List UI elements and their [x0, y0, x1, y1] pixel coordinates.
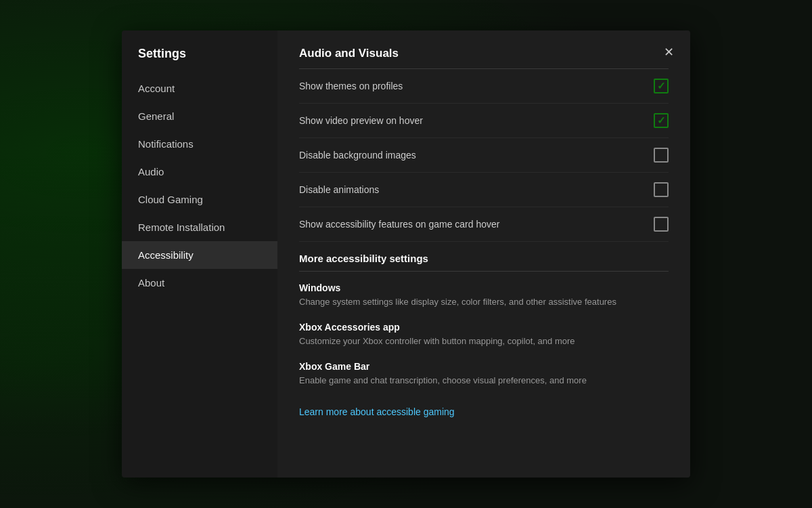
xbox-game-bar-description: Enable game and chat transcription, choo… [299, 375, 669, 387]
setting-label-disable-animations: Disable animations [299, 184, 379, 195]
checkbox-show-themes[interactable] [654, 79, 669, 93]
setting-label-show-accessibility-hover: Show accessibility features on game card… [299, 219, 499, 230]
modal-backdrop: Settings Account General Notifications A… [0, 0, 812, 508]
checkbox-disable-bg-images[interactable] [654, 148, 669, 163]
accessibility-item-xbox-accessories: Xbox Accessories app Customize your Xbox… [299, 322, 669, 347]
settings-modal: Settings Account General Notifications A… [122, 30, 690, 478]
accessibility-item-windows: Windows Change system settings like disp… [299, 282, 669, 308]
sidebar-item-audio[interactable]: Audio [122, 158, 277, 186]
windows-title[interactable]: Windows [299, 282, 669, 293]
xbox-game-bar-title[interactable]: Xbox Game Bar [299, 361, 669, 372]
accessibility-item-xbox-game-bar: Xbox Game Bar Enable game and chat trans… [299, 361, 669, 387]
sidebar-item-accessibility[interactable]: Accessibility [122, 241, 277, 269]
sidebar-item-notifications[interactable]: Notifications [122, 130, 277, 158]
checkbox-disable-animations[interactable] [654, 182, 669, 197]
more-accessibility-title: More accessibility settings [299, 253, 669, 272]
sidebar-title: Settings [122, 47, 277, 75]
close-button[interactable]: ✕ [658, 41, 679, 63]
setting-label-show-themes: Show themes on profiles [299, 81, 403, 91]
sidebar-item-about[interactable]: About [122, 269, 277, 297]
settings-sidebar: Settings Account General Notifications A… [122, 30, 277, 478]
setting-row-show-accessibility-hover: Show accessibility features on game card… [299, 207, 669, 242]
setting-row-show-video-hover: Show video preview on hover [299, 104, 669, 138]
learn-more-link[interactable]: Learn more about accessible gaming [299, 406, 455, 417]
sidebar-item-account[interactable]: Account [122, 75, 277, 102]
setting-row-show-themes: Show themes on profiles [299, 69, 669, 104]
windows-description: Change system settings like display size… [299, 296, 669, 308]
setting-row-disable-animations: Disable animations [299, 173, 669, 207]
setting-row-disable-bg-images: Disable background images [299, 138, 669, 173]
checkbox-show-accessibility-hover[interactable] [654, 217, 669, 232]
sidebar-item-cloud-gaming[interactable]: Cloud Gaming [122, 186, 277, 213]
main-content: ✕ Audio and Visuals Show themes on profi… [277, 30, 690, 478]
checkbox-show-video-hover[interactable] [654, 113, 669, 128]
setting-label-show-video-hover: Show video preview on hover [299, 115, 423, 126]
sidebar-item-general[interactable]: General [122, 102, 277, 130]
xbox-accessories-title[interactable]: Xbox Accessories app [299, 322, 669, 333]
setting-label-disable-bg-images: Disable background images [299, 150, 416, 161]
content-body: Audio and Visuals Show themes on profile… [277, 30, 690, 478]
sidebar-item-remote-installation[interactable]: Remote Installation [122, 213, 277, 241]
xbox-accessories-description: Customize your Xbox controller with butt… [299, 335, 669, 347]
audio-visuals-title: Audio and Visuals [299, 47, 669, 69]
accessibility-section: More accessibility settings Windows Chan… [299, 253, 669, 418]
